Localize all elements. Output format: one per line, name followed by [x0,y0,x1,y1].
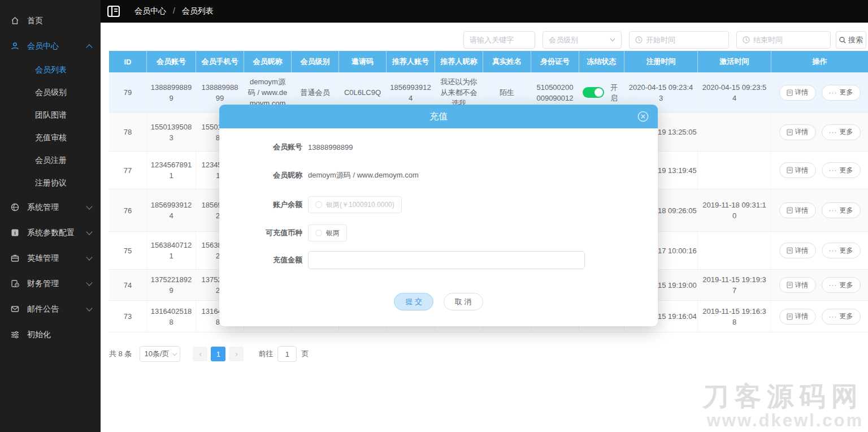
more-button[interactable]: ···更多 [822,277,861,293]
cell-id: 74 [109,270,147,301]
sidebar-item-6[interactable]: 邮件公告 [0,296,101,322]
cell-id: 77 [109,152,147,189]
sidebar-subitem-label: 注册协议 [35,178,67,188]
prev-page-button[interactable]: ‹ [193,347,207,361]
clock-icon [635,36,643,44]
detail-button[interactable]: 详情 [779,124,816,140]
column-header-13: 操作 [771,51,868,72]
end-time-input[interactable]: 结束时间 [736,31,831,49]
sidebar-item-label: 财务管理 [27,279,87,289]
svg-text:i: i [14,230,16,236]
end-time-placeholder: 结束时间 [753,35,783,45]
more-button[interactable]: ···更多 [822,162,861,178]
cell-actions: 详情···更多 [771,72,868,113]
cell-act_time: 2019-11-15 19:16:38 [698,301,771,332]
currency-radio-option[interactable]: 银两 [308,224,347,241]
ellipsis-icon: ··· [829,128,837,136]
recharge-amount-label: 充值金额 [219,255,302,265]
column-header-9: 身份证号 [531,51,579,72]
page-number-button[interactable]: 1 [211,347,225,361]
detail-button[interactable]: 详情 [779,85,816,101]
breadcrumb-parent[interactable]: 会员中心 [134,6,166,15]
detail-button[interactable]: 详情 [779,309,816,325]
jump-page-input[interactable] [277,346,297,362]
detail-button[interactable]: 详情 [779,277,816,293]
sidebar-item-4[interactable]: 英雄管理 [0,245,101,271]
balance-value: 银两(￥1000910.0000) [326,200,394,210]
start-time-input[interactable]: 开始时间 [629,31,729,49]
member-nickname-value: demoym源码 / www.demoym.com [308,170,419,180]
sidebar-item-1[interactable]: 会员中心 [0,33,101,59]
close-icon[interactable] [637,111,649,122]
chevron-down-icon [86,305,92,311]
member-level-select[interactable]: 会员级别 [542,31,622,49]
cell-account: 15638407121 [147,232,196,270]
detail-button[interactable]: 详情 [779,202,816,218]
recharge-amount-input[interactable] [308,251,585,269]
cell-account: 15501395083 [147,113,196,152]
ellipsis-icon: ··· [829,206,837,214]
sidebar-subitem[interactable]: 会员级别 [0,81,101,104]
sidebar-item-0[interactable]: 首页 [0,8,101,33]
dialog-title: 充值 [429,111,448,123]
more-button-label: 更多 [840,206,853,215]
sidebar-subitem[interactable]: 会员注册 [0,149,101,172]
sidebar-item-3[interactable]: i系统参数配置 [0,220,101,245]
column-header-8: 真实姓名 [483,51,531,72]
more-button[interactable]: ···更多 [822,202,861,218]
keyword-input[interactable] [470,36,529,44]
hero-icon [10,254,19,263]
sidebar-subitem[interactable]: 充值审核 [0,127,101,149]
cancel-button[interactable]: 取 消 [444,293,483,310]
account-balance-label: 账户余额 [219,200,302,210]
menu-toggle-icon[interactable] [107,6,120,17]
more-button-label: 更多 [840,127,853,137]
radio-icon [315,230,322,236]
column-header-3: 会员昵称 [244,51,292,72]
sidebar-item-2[interactable]: 系统管理 [0,195,101,220]
submit-button[interactable]: 提 交 [394,293,433,310]
cell-id: 79 [109,72,147,113]
sidebar-subitem-label: 团队图谱 [35,110,67,120]
document-icon [787,207,793,214]
sidebar-item-label: 系统参数配置 [27,228,87,238]
ellipsis-icon: ··· [829,281,837,289]
sidebar-subitem[interactable]: 团队图谱 [0,104,101,127]
search-button[interactable]: 搜索 [836,31,866,49]
jump-suffix-label: 页 [301,349,309,359]
sidebar-item-7[interactable]: 初始化 [0,322,101,347]
sidebar-item-5[interactable]: 财务管理 [0,271,101,296]
more-button[interactable]: ···更多 [822,124,861,140]
detail-button[interactable]: 详情 [779,243,816,258]
column-header-5: 邀请码 [339,51,387,72]
page-size-value: 10条/页 [144,349,169,359]
ellipsis-icon: ··· [829,166,837,174]
cell-account: 13164025188 [147,301,196,332]
breadcrumb-separator: / [173,6,175,15]
next-page-button[interactable]: › [229,347,244,361]
chevron-up-icon [86,44,92,50]
cell-id: 75 [109,232,147,270]
sidebar-subitem[interactable]: 注册协议 [0,172,101,195]
cell-actions: 详情···更多 [771,189,868,232]
more-button[interactable]: ···更多 [822,309,861,325]
column-header-0: ID [109,51,147,72]
more-button-label: 更多 [840,246,853,256]
detail-button[interactable]: 详情 [779,162,816,178]
chevron-down-icon [86,203,92,209]
page-size-select[interactable]: 10条/页 [140,346,180,362]
more-button[interactable]: ···更多 [822,243,861,258]
cell-actions: 详情···更多 [771,152,868,189]
sidebar-subitem[interactable]: 会员列表 [0,59,101,81]
sidebar-subitem-label: 会员级别 [35,88,67,98]
frozen-toggle[interactable] [583,87,604,98]
cell-account: 18569939124 [147,189,196,232]
pagination: 共 8 条 10条/页 ‹ 1 › 前往 页 [109,346,309,362]
cell-actions: 详情···更多 [771,113,868,152]
cell-act_time [698,113,771,152]
filter-bar: 会员级别 开始时间 结束时间 搜索 [101,31,868,49]
member-center-icon [10,42,19,51]
column-header-11: 注册时间 [624,51,698,72]
more-button[interactable]: ···更多 [822,85,861,101]
sidebar: 首页会员中心会员列表会员级别团队图谱充值审核会员注册注册协议系统管理i系统参数配… [0,0,101,432]
